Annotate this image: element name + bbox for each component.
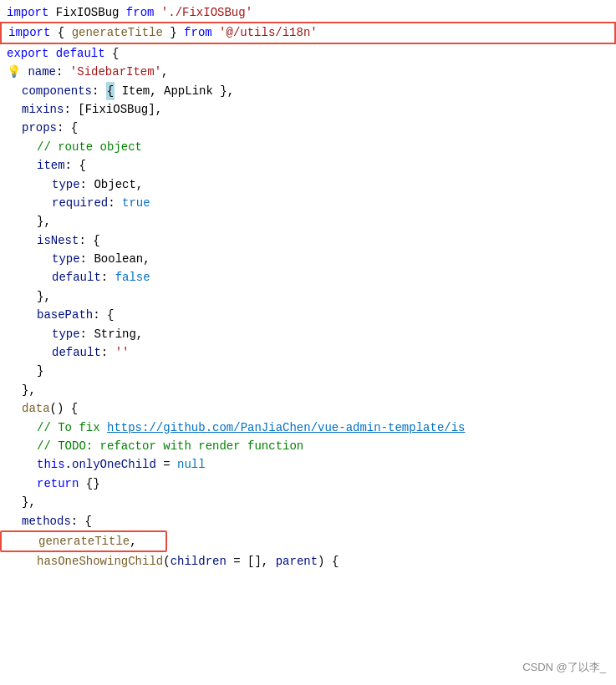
property: name xyxy=(28,63,56,81)
bulb-icon: 💡 xyxy=(7,63,21,81)
code-line: // TODO: refactor with render function xyxy=(0,437,616,455)
property: methods xyxy=(22,512,71,530)
property: onlyOneChild xyxy=(72,455,156,474)
keyword: export xyxy=(7,44,48,63)
property: default xyxy=(52,343,101,362)
type-value: String xyxy=(94,325,135,343)
type-value: Object xyxy=(94,175,135,194)
code-line: } xyxy=(0,362,616,380)
keyword: from xyxy=(184,23,212,42)
code-line: default: '' xyxy=(0,343,616,362)
function-name: hasOneShowingChild xyxy=(37,552,163,571)
function-name: generateTitle xyxy=(72,23,163,42)
code-line: type: Boolean, xyxy=(0,250,616,268)
property: required xyxy=(52,194,108,212)
code-line: props: { xyxy=(0,119,616,137)
code-line: default: false xyxy=(0,268,616,287)
component-name: AppLink xyxy=(164,82,213,100)
mixin-name: FixiOSBug xyxy=(85,100,149,119)
property: type xyxy=(52,325,80,343)
code-line: components: { Item, AppLink }, xyxy=(0,82,616,100)
boolean-value: true xyxy=(122,194,150,212)
property: components xyxy=(22,82,92,100)
component-name: Item xyxy=(122,82,150,100)
keyword: this xyxy=(37,455,65,474)
code-line: isNest: { xyxy=(0,231,616,250)
null-value: null xyxy=(177,455,206,474)
param: children xyxy=(171,552,227,571)
code-line: this.onlyOneChild = null xyxy=(0,455,616,474)
code-line: export default { xyxy=(0,44,616,63)
comment: // To fix xyxy=(37,419,107,437)
code-line: return {} xyxy=(0,474,616,493)
function-name: generateTitle xyxy=(38,532,130,551)
function-name: data xyxy=(22,399,50,418)
comment: // TODO: refactor with render function xyxy=(37,437,303,455)
code-line: }, xyxy=(0,212,616,231)
code-line: import FixIOSBug from './FixIOSBug' xyxy=(0,3,616,22)
property: props xyxy=(22,119,57,137)
keyword: import xyxy=(7,3,48,22)
type-value: Boolean xyxy=(94,250,143,268)
code-line: // route object xyxy=(0,138,616,156)
code-line: type: String, xyxy=(0,325,616,343)
boolean-value: false xyxy=(115,268,150,287)
code-line: item: { xyxy=(0,156,616,175)
property: mixins xyxy=(22,100,64,119)
code-line: }, xyxy=(0,381,616,399)
property: basePath xyxy=(37,306,93,324)
code-line: }, xyxy=(0,287,616,306)
highlighted-methods-line: generateTitle, xyxy=(0,530,167,552)
string: '@/utils/i18n' xyxy=(219,23,318,42)
code-line: mixins: [FixiOSBug], xyxy=(0,100,616,119)
keyword: from xyxy=(126,3,155,22)
string: './FixIOSBug' xyxy=(161,3,252,22)
property: item xyxy=(37,156,65,175)
property: isNest xyxy=(37,231,79,250)
highlighted-import-line: import { generateTitle } from '@/utils/i… xyxy=(0,22,616,43)
code-editor: import FixIOSBug from './FixIOSBug' impo… xyxy=(0,0,616,575)
property: type xyxy=(52,250,80,268)
code-line: hasOneShowingChild(children = [], parent… xyxy=(0,552,616,571)
code-line: // To fix https://github.com/PanJiaChen/… xyxy=(0,419,616,437)
watermark: CSDN @了以李_ xyxy=(522,660,606,675)
string: '' xyxy=(115,343,130,362)
code-line: required: true xyxy=(0,194,616,212)
keyword: default xyxy=(56,44,105,63)
link: https://github.com/PanJiaChen/vue-admin-… xyxy=(107,419,465,437)
code-line: basePath: { xyxy=(0,306,616,324)
code-line: type: Object, xyxy=(0,175,616,194)
keyword: return xyxy=(37,474,79,493)
param: parent xyxy=(276,552,318,571)
property: default xyxy=(52,268,101,287)
code-line: 💡 name: 'SidebarItem', xyxy=(0,63,616,81)
property: type xyxy=(52,175,80,194)
code-line: data() { xyxy=(0,399,616,418)
string: 'SidebarItem' xyxy=(70,63,161,81)
code-line: methods: { xyxy=(0,512,616,530)
keyword: import xyxy=(8,23,50,42)
comment: // route object xyxy=(37,138,142,156)
code-line: }, xyxy=(0,493,616,511)
cursor-highlight: { xyxy=(106,82,115,100)
